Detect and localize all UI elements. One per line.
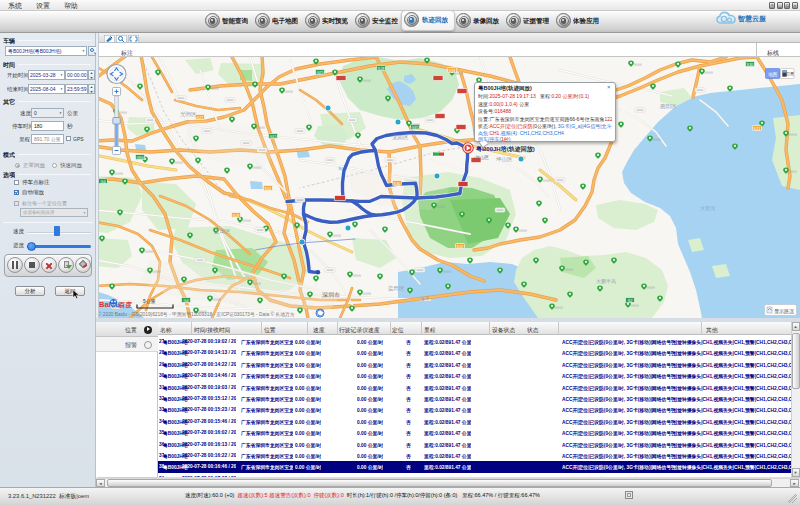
svg-text:G15: G15 [269, 135, 276, 139]
svg-text:光明区: 光明区 [180, 111, 197, 118]
svg-text:龙华区: 龙华区 [214, 228, 231, 234]
svg-text:S33: S33 [449, 69, 456, 73]
svg-text:-坪山区: -坪山区 [474, 154, 489, 160]
svg-text:S27: S27 [197, 116, 204, 120]
svg-text:卫星: 卫星 [786, 71, 794, 76]
svg-text:G4: G4 [100, 180, 105, 184]
svg-text:5公里: 5公里 [143, 298, 156, 304]
svg-text:S32: S32 [457, 245, 464, 249]
svg-text:坪山区: 坪山区 [496, 156, 513, 162]
svg-text:惠阳区: 惠阳区 [659, 103, 677, 110]
svg-text:龙岗区: 龙岗区 [392, 134, 409, 140]
svg-text:G25: G25 [316, 71, 323, 75]
svg-text:© 2020 Baidu - GS(2019)6218号 -: © 2020 Baidu - GS(2019)6218号 - 甲测资字11009… [98, 311, 295, 318]
svg-text:S30: S30 [747, 63, 754, 67]
svg-text:大亚湾: 大亚湾 [700, 205, 715, 212]
svg-text:S30: S30 [394, 182, 401, 186]
svg-text:G94: G94 [136, 156, 143, 160]
svg-text:大鹏半岛: 大鹏半岛 [596, 278, 616, 285]
svg-text:Baidu: Baidu [99, 300, 120, 309]
svg-text:深圳市: 深圳市 [322, 291, 340, 298]
svg-text:S29: S29 [233, 214, 240, 218]
svg-text:S21: S21 [754, 127, 761, 131]
svg-text:百度: 百度 [118, 301, 133, 309]
svg-text:S2: S2 [628, 299, 633, 303]
svg-text:显示路况: 显示路况 [774, 308, 794, 315]
svg-text:G4: G4 [183, 299, 188, 303]
svg-text:盐田区: 盐田区 [388, 285, 405, 291]
svg-text:S31: S31 [265, 187, 272, 191]
svg-text:S28: S28 [378, 67, 385, 71]
svg-text:G35: G35 [411, 126, 418, 130]
